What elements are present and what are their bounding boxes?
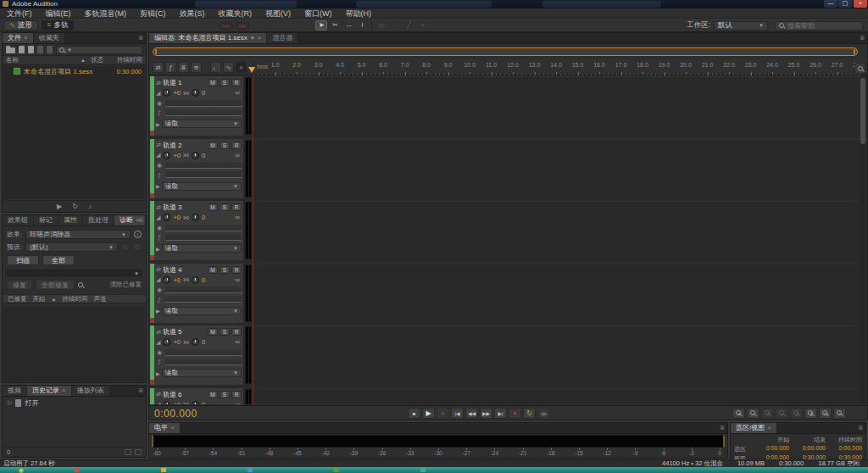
volume-knob[interactable]	[163, 214, 170, 221]
menu-item[interactable]: 编辑(E)	[39, 8, 78, 18]
menu-item[interactable]: 帮助(H)	[339, 8, 379, 18]
output-selector[interactable]	[165, 171, 242, 178]
zoom-reset-button[interactable]: −	[833, 408, 846, 419]
zoom-in-amplitude-button[interactable]: +	[761, 408, 774, 419]
solo-button[interactable]: S	[220, 266, 230, 274]
fix-button[interactable]: 修复	[7, 280, 32, 290]
zoom-to-selection-button[interactable]: ▭	[819, 408, 832, 419]
mixer-tab[interactable]: 混音器	[267, 33, 298, 43]
record-button[interactable]: ●	[509, 408, 521, 419]
automation-mode-select[interactable]: 读取▼	[162, 120, 242, 128]
pan-knob[interactable]	[192, 89, 199, 97]
repair-all-button[interactable]: 全部	[42, 255, 75, 265]
mute-button[interactable]: M	[208, 391, 218, 398]
taskbar-app-icon[interactable]	[334, 468, 339, 472]
record-arm-button[interactable]: R	[231, 142, 242, 149]
automation-mode-select[interactable]: 读取▼	[162, 182, 242, 191]
razor-tool-button[interactable]: ✂	[329, 20, 341, 31]
track-name[interactable]: 轨道 4	[163, 265, 206, 275]
play-preview-button[interactable]: ▶	[57, 203, 62, 210]
record-arm-button[interactable]: R	[231, 203, 242, 211]
selection-view-tab[interactable]: 选区/视图 ×	[731, 423, 777, 433]
waveform-view-button[interactable]: ∿ 波形	[3, 20, 38, 31]
track-lane[interactable]	[253, 326, 859, 385]
diagnostics-column-header[interactable]: 声道	[93, 295, 106, 303]
metronome-icon[interactable]: ♩	[210, 62, 221, 73]
help-search-box[interactable]	[775, 21, 863, 31]
timeline-ruler[interactable]: hms 1.02.03.04.05.06.07.08.09.010.011.01…	[253, 60, 861, 75]
snapshot-icon[interactable]	[125, 449, 131, 455]
volume-knob[interactable]	[163, 401, 170, 405]
solo-button[interactable]: S	[220, 79, 230, 86]
diagnostics-column-header[interactable]: 已修复	[8, 295, 27, 303]
save-preset-icon[interactable]	[121, 243, 130, 251]
mute-button[interactable]: M	[208, 203, 218, 211]
pan-knob[interactable]	[192, 214, 199, 221]
multitrack-view-button[interactable]: ≡ 多轨	[42, 20, 75, 31]
record-arm-button[interactable]: R	[231, 391, 242, 398]
column-duration[interactable]: 持续时间	[117, 56, 142, 64]
rewind-button[interactable]: ◀◀	[465, 408, 478, 419]
fix-all-button[interactable]: 全部修复	[36, 280, 75, 290]
panel-menu-icon[interactable]: ≣	[138, 33, 143, 43]
panel-menu-icon[interactable]: ≣	[138, 386, 143, 396]
tab[interactable]: 收藏夹	[34, 33, 65, 43]
auto-play-toggle[interactable]: ♪	[88, 203, 92, 210]
track-lane[interactable]	[253, 264, 859, 323]
zoom-menu-icon[interactable]	[854, 63, 865, 74]
menu-item[interactable]: 剪辑(C)	[133, 8, 173, 18]
preset-select[interactable]: (默认) ▼	[25, 242, 118, 252]
zoom-to-in-point-button[interactable]: [	[790, 408, 803, 419]
new-file-icon[interactable]	[28, 46, 34, 53]
track-name[interactable]: 轨道 6	[163, 390, 206, 399]
delete-preset-icon[interactable]	[133, 243, 142, 251]
diagnostics-column-header[interactable]: 持续时间	[62, 295, 87, 303]
track-lane[interactable]	[253, 201, 859, 260]
start-button[interactable]	[19, 468, 24, 473]
output-selector[interactable]	[165, 296, 242, 303]
arrows-swap-icon[interactable]: ⇄	[153, 62, 164, 73]
zoom-to-out-point-button[interactable]: ]	[804, 408, 817, 419]
close-tab-icon[interactable]: ×	[170, 423, 175, 433]
chevron-down-icon[interactable]: ▼	[250, 33, 255, 43]
close-button[interactable]: ×	[854, 0, 867, 8]
scan-button[interactable]: 扫描	[7, 255, 39, 265]
fast-forward-button[interactable]: ▶▶	[480, 408, 492, 419]
taskbar-app-icon[interactable]	[75, 468, 80, 472]
menu-item[interactable]: 文件(F)	[0, 8, 39, 18]
editor-tab[interactable]: 编辑器: 未命名混音项目 1.sesx ▼ ×	[149, 33, 267, 43]
diagnostics-column-header[interactable]: 开始	[33, 295, 46, 303]
effect-select[interactable]: 咔嗒声消除器 ▼	[25, 230, 131, 239]
automation-mode-select[interactable]: 读取▼	[162, 307, 242, 315]
input-selector[interactable]	[165, 162, 242, 169]
menu-item[interactable]: 效果(S)	[173, 8, 212, 18]
minimize-button[interactable]: —	[824, 0, 837, 8]
tab[interactable]: 视频	[3, 386, 27, 396]
solo-button[interactable]: S	[220, 142, 230, 149]
output-selector[interactable]	[165, 109, 242, 116]
history-item[interactable]: ▷打开	[3, 397, 146, 407]
stop-button[interactable]: ■	[408, 408, 420, 419]
slip-tool-button[interactable]: ↔	[342, 20, 354, 31]
time-selection-tool-button[interactable]: I	[356, 20, 368, 31]
track-name[interactable]: 轨道 1	[163, 78, 206, 87]
close-tab-icon[interactable]: ×	[24, 33, 28, 43]
tab[interactable]: 历史记录×	[27, 386, 72, 396]
snap-icon[interactable]: ∩	[236, 62, 247, 73]
zoom-in-time-button[interactable]: +	[732, 408, 745, 419]
taskbar-app-icon[interactable]	[248, 468, 253, 472]
clear-repaired-button[interactable]: 清除已修复	[110, 281, 142, 289]
tab[interactable]: 批处理	[83, 215, 114, 225]
mute-button[interactable]: M	[208, 266, 218, 274]
tab[interactable]: 标记	[34, 215, 58, 225]
loop-playback-button[interactable]: ↻	[523, 408, 536, 419]
menu-item[interactable]: 窗口(W)	[298, 8, 339, 18]
panel-menu-icon[interactable]: ≣	[858, 423, 863, 433]
zoom-out-time-button[interactable]: −	[747, 408, 760, 419]
go-to-start-button[interactable]: |◀	[451, 408, 464, 419]
volume-knob[interactable]	[163, 89, 170, 97]
mute-button[interactable]: M	[208, 142, 218, 149]
track-name[interactable]: 轨道 2	[163, 141, 206, 150]
track-name[interactable]: 轨道 3	[163, 203, 206, 212]
monitor-icon[interactable]: ∿	[223, 62, 234, 73]
